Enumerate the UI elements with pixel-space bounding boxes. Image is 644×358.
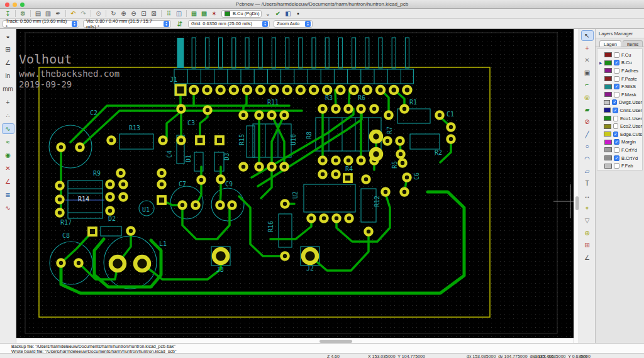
through-hole-pad[interactable] [107, 181, 114, 188]
add-zone-icon[interactable]: ▰ [582, 105, 593, 115]
layer-color-swatch-f-mask[interactable] [604, 92, 612, 97]
through-hole-pad[interactable] [401, 106, 408, 113]
through-hole-pad[interactable] [57, 210, 64, 216]
layer-visibility-checkbox-eco1-user[interactable] [613, 116, 618, 121]
add-dimension-icon[interactable]: ↔ [582, 191, 593, 201]
through-hole-pad[interactable] [257, 86, 264, 94]
copper-track[interactable] [270, 218, 311, 239]
library-update-icon[interactable]: ▦ [189, 9, 199, 18]
layer-row-f-mask[interactable]: F.Mask [597, 91, 642, 99]
layer-color-swatch-f-paste[interactable] [604, 76, 612, 81]
through-hole-pad[interactable] [319, 171, 326, 178]
horizontal-scrollbar[interactable] [16, 338, 574, 343]
layer-visibility-checkbox-f-crtyd[interactable] [614, 147, 619, 153]
large-pad[interactable] [371, 149, 381, 159]
through-hole-pad[interactable] [397, 138, 404, 145]
drc-icon[interactable]: ✶ [209, 9, 219, 18]
pcb-canvas[interactable]: J1C2R13R9R14R17C8D2U1C7C9D1D3C4C3R11R15U… [16, 29, 574, 338]
find-icon[interactable]: ⊙ [94, 9, 103, 18]
pcb-drawing[interactable]: J1C2R13R9R14R17C8D2U1C7C9D1D3C4C3R11R15U… [16, 29, 574, 338]
through-hole-pad[interactable] [192, 202, 199, 209]
layer-color-swatch-b-crtyd[interactable] [604, 155, 612, 160]
through-hole-pad[interactable] [310, 86, 318, 94]
component-ref-r12[interactable]: R12 [374, 196, 380, 207]
component-ref-u1[interactable]: U1 [142, 206, 150, 213]
canvas-mode-icon[interactable]: ▪ [294, 9, 303, 18]
measure-icon[interactable]: ∠ [582, 253, 593, 262]
copper-track[interactable] [239, 196, 285, 256]
component-ref-r2[interactable]: R2 [435, 149, 442, 156]
layer-visibility-checkbox-f-silks[interactable]: ✓ [614, 84, 619, 89]
through-hole-pad[interactable] [345, 157, 352, 164]
through-hole-pad[interactable] [365, 228, 372, 235]
layer-visibility-checkbox-f-mask[interactable] [614, 92, 619, 98]
through-hole-pad[interactable] [57, 196, 64, 203]
through-hole-pad[interactable] [404, 174, 411, 181]
layer-row-edge-cuts[interactable]: ✓Edge.Cuts [597, 130, 642, 138]
through-hole-pad[interactable] [346, 215, 353, 222]
drag-track-icon[interactable]: ✕ [3, 164, 14, 173]
track-width-select[interactable]: Track: 0.500 mm (19.69 mils) * ▲▼ [3, 20, 79, 28]
through-hole-pad[interactable] [230, 86, 238, 94]
grid-origin-icon[interactable]: ⊞ [582, 240, 593, 250]
zoom-stepper[interactable]: ▲▼ [305, 21, 311, 27]
through-hole-pad[interactable] [108, 137, 115, 144]
through-hole-pad[interactable] [397, 151, 404, 158]
through-hole-pad[interactable] [270, 86, 277, 94]
zoom-in-icon[interactable]: ⊕ [119, 9, 128, 18]
cursor-shape-icon[interactable]: + [3, 98, 14, 107]
add-circle-icon[interactable]: ○ [582, 142, 593, 151]
layer-row-f-adhes[interactable]: F.Adhes [597, 67, 642, 75]
redo-icon[interactable]: ↷ [79, 9, 88, 18]
layer-color-swatch-margin[interactable] [604, 140, 612, 145]
through-hole-pad[interactable] [178, 106, 185, 113]
layer-color-swatch-b-cu[interactable] [604, 60, 612, 65]
through-hole-pad[interactable] [333, 171, 340, 178]
component-ref-c7[interactable]: C7 [179, 181, 186, 187]
add-polygon-icon[interactable]: ▱ [582, 167, 593, 176]
ratsnest-curved-icon[interactable]: ≈ [3, 137, 14, 147]
component-ref-u2[interactable]: U2 [292, 191, 299, 199]
layer-color-swatch-cmts-user[interactable] [604, 108, 611, 113]
tab-items[interactable]: Items [623, 40, 643, 47]
footprint-viewer-icon[interactable]: ◫ [174, 9, 184, 18]
through-hole-pad[interactable] [333, 215, 340, 222]
through-hole-pad[interactable] [386, 112, 392, 119]
through-hole-pad[interactable] [118, 170, 125, 177]
component-ref-r3[interactable]: R3 [325, 94, 333, 101]
select-tool-icon[interactable]: ↖ [582, 31, 593, 40]
through-hole-pad[interactable] [377, 86, 384, 94]
route-tracks-icon[interactable]: ⌐ [582, 80, 593, 89]
drill-origin-icon[interactable]: ⊕ [582, 228, 593, 238]
drc-off-icon[interactable]: ◒ [3, 31, 14, 41]
zoom-fit-icon[interactable]: ⊡ [139, 9, 148, 18]
layer-visibility-checkbox-f-cu[interactable] [614, 52, 619, 58]
component-ref-d2[interactable]: D2 [108, 215, 116, 222]
vertical-scrollbar-thumb[interactable] [575, 196, 579, 210]
save-board-icon[interactable]: ↧ [3, 9, 13, 18]
layer-row-f-cu[interactable]: F.Cu [597, 51, 642, 59]
copper-track[interactable] [182, 205, 230, 239]
copper-track[interactable] [167, 96, 180, 138]
add-keepout-icon[interactable]: ⊘ [582, 117, 593, 126]
through-hole-pad[interactable] [58, 260, 65, 267]
through-hole-pad[interactable] [77, 144, 84, 151]
layer-dropdown-icon[interactable]: ⌄ [264, 9, 273, 18]
component-ref-c4[interactable]: C4 [166, 150, 173, 158]
layer-visibility-icon[interactable]: ✔ [274, 9, 283, 18]
component-ref-c1[interactable]: C1 [447, 111, 454, 118]
through-hole-pad[interactable] [333, 106, 340, 113]
copper-track[interactable] [310, 232, 369, 271]
through-hole-pad[interactable] [282, 253, 289, 260]
layer-row-cmts-user[interactable]: ✓Cmts.User [597, 106, 642, 115]
through-hole-pad[interactable] [128, 228, 135, 235]
through-hole-pad[interactable] [436, 112, 443, 119]
through-hole-pad[interactable] [382, 189, 389, 196]
component-ref-d1[interactable]: D1 [185, 155, 192, 162]
through-hole-pad[interactable] [229, 202, 236, 209]
units-inches-icon[interactable]: in [3, 71, 14, 81]
layer-color-swatch-edge-cuts[interactable] [604, 131, 611, 137]
square-pad[interactable] [158, 196, 165, 204]
through-hole-pad[interactable] [364, 86, 371, 94]
component-ref-c9[interactable]: C9 [225, 181, 233, 187]
